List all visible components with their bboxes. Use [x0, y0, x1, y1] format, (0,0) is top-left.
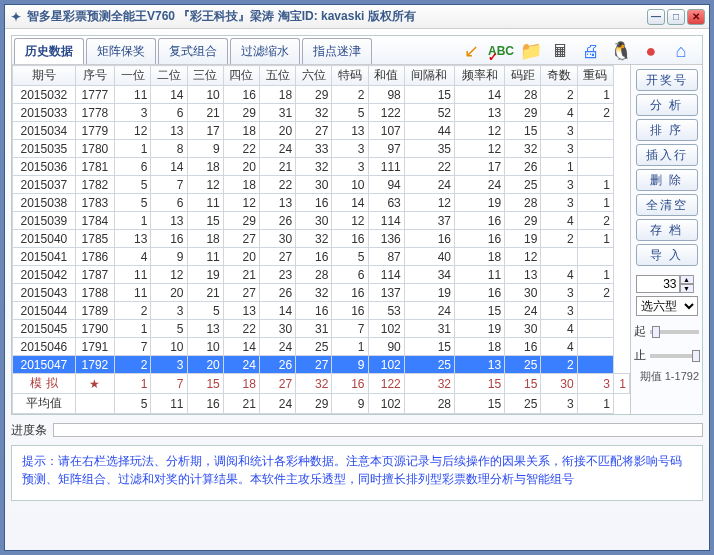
cell: 13	[454, 104, 504, 122]
table-row[interactable]: 201503817835611121316146312192831	[13, 194, 630, 212]
spin-up[interactable]: ▲	[680, 275, 694, 284]
cell: 9	[187, 140, 223, 158]
cell: 12	[332, 212, 368, 230]
col-header[interactable]: 奇数	[541, 66, 577, 86]
arrow-icon[interactable]: ↙	[458, 38, 484, 64]
side-button[interactable]: 存 档	[636, 219, 698, 241]
cell: 30	[259, 320, 295, 338]
cell: 24	[259, 394, 295, 414]
table-row[interactable]: 201503717825712182230109424242531	[13, 176, 630, 194]
data-grid[interactable]: 期号序号一位二位三位四位五位六位特码和值间隔和频率和码距奇数重码20150321…	[12, 65, 630, 414]
slider-track[interactable]	[650, 330, 699, 334]
slider-track[interactable]	[650, 354, 699, 358]
col-header[interactable]: 二位	[151, 66, 187, 86]
spin-down[interactable]: ▼	[680, 284, 694, 293]
col-header[interactable]: 四位	[223, 66, 259, 86]
slider-row: 起	[634, 323, 699, 340]
count-spinner[interactable]: ▲▼	[636, 275, 698, 293]
side-button[interactable]: 排 序	[636, 119, 698, 141]
cell: 2015037	[13, 176, 76, 194]
cell: 24	[223, 356, 259, 374]
cell: 11	[115, 284, 151, 302]
side-button[interactable]: 导 入	[636, 244, 698, 266]
mode-select[interactable]: 选六型	[636, 296, 698, 316]
cell: 16	[223, 86, 259, 104]
table-row[interactable]: 20150471792232024262791022513252	[13, 356, 630, 374]
cell: 1780	[75, 140, 114, 158]
table-row[interactable]: 201504317881120212726321613719163032	[13, 284, 630, 302]
table-row[interactable]: 20150391784113152926301211437162942	[13, 212, 630, 230]
cell: 3	[577, 374, 613, 394]
tab-2[interactable]: 复式组合	[158, 38, 228, 64]
window-title: 智多星彩票预测全能王V760 『彩王科技』梁涛 淘宝ID: kavaski 版权…	[27, 8, 647, 25]
tabbar: 历史数据矩阵保奖复式组合过滤缩水指点迷津↙ABC✓📁🖩🖨🐧●⌂	[12, 36, 702, 64]
table-row[interactable]: 20150421787111219212328611434111341	[13, 266, 630, 284]
qq-icon[interactable]: 🐧	[608, 38, 634, 64]
table-row[interactable]: 201504017851316182730321613616161921	[13, 230, 630, 248]
cell: 28	[505, 194, 541, 212]
cell	[577, 248, 613, 266]
tab-1[interactable]: 矩阵保奖	[86, 38, 156, 64]
side-button[interactable]: 分 析	[636, 94, 698, 116]
side-button[interactable]: 开奖号	[636, 69, 698, 91]
col-header[interactable]: 频率和	[454, 66, 504, 86]
spinner-input[interactable]	[636, 275, 680, 293]
col-header[interactable]: 序号	[75, 66, 114, 86]
col-header[interactable]: 和值	[368, 66, 404, 86]
side-button[interactable]: 全清空	[636, 194, 698, 216]
col-header[interactable]: 六位	[296, 66, 332, 86]
tab-0[interactable]: 历史数据	[14, 38, 84, 64]
cell: 9	[151, 248, 187, 266]
slider-thumb[interactable]	[652, 326, 660, 338]
cell: 18	[454, 248, 504, 266]
printer-icon[interactable]: 🖨	[578, 38, 604, 64]
col-header[interactable]: 期号	[13, 66, 76, 86]
cell: 33	[296, 140, 332, 158]
col-header[interactable]: 五位	[259, 66, 295, 86]
col-header[interactable]: 一位	[115, 66, 151, 86]
cell: 26	[259, 284, 295, 302]
table-row[interactable]: 2015032177711141016182929815142821	[13, 86, 630, 104]
table-row[interactable]: 20150341779121317182027131074412153	[13, 122, 630, 140]
cell: 16	[151, 230, 187, 248]
slider-thumb[interactable]	[692, 350, 700, 362]
cell: 25	[505, 394, 541, 414]
col-header[interactable]: 特码	[332, 66, 368, 86]
table-row[interactable]: 201504117864911202716587401812	[13, 248, 630, 266]
cell: 30	[505, 320, 541, 338]
calc-icon[interactable]: 🖩	[548, 38, 574, 64]
table-row[interactable]: 2015044178923513141616532415243	[13, 302, 630, 320]
minimize-button[interactable]: —	[647, 9, 665, 25]
folder-icon[interactable]: 📁	[518, 38, 544, 64]
cell: 14	[151, 158, 187, 176]
app-icon: ✦	[9, 10, 23, 24]
cell: 90	[368, 338, 404, 356]
abc-check-icon[interactable]: ABC✓	[488, 38, 514, 64]
cell: 102	[368, 356, 404, 374]
table-row[interactable]: 201503317783621293132512252132942	[13, 104, 630, 122]
side-button[interactable]: 插入行	[636, 144, 698, 166]
cell: 3	[151, 356, 187, 374]
col-header[interactable]: 三位	[187, 66, 223, 86]
col-header[interactable]: 重码	[577, 66, 613, 86]
col-header[interactable]: 码距	[505, 66, 541, 86]
cell: 21	[187, 104, 223, 122]
col-header[interactable]: 间隔和	[404, 66, 454, 86]
table-row[interactable]: 201503617816141820213231112217261	[13, 158, 630, 176]
table-row[interactable]: 20150451790151322303171023119304	[13, 320, 630, 338]
side-button[interactable]: 删 除	[636, 169, 698, 191]
table-row[interactable]: 201503517801892224333973512323	[13, 140, 630, 158]
ball-icon[interactable]: ●	[638, 38, 664, 64]
maximize-button[interactable]: □	[667, 9, 685, 25]
cell: 6	[151, 104, 187, 122]
tab-3[interactable]: 过滤缩水	[230, 38, 300, 64]
cell: 1787	[75, 266, 114, 284]
tab-4[interactable]: 指点迷津	[302, 38, 372, 64]
home-icon[interactable]: ⌂	[668, 38, 694, 64]
table-row[interactable]: 平均值51116212429910228152531	[13, 394, 630, 414]
cell: 27	[296, 356, 332, 374]
table-row[interactable]: 模 拟★1715182732161223215153031	[13, 374, 630, 394]
cell: 25	[296, 338, 332, 356]
table-row[interactable]: 20150461791710101424251901518164	[13, 338, 630, 356]
close-button[interactable]: ✕	[687, 9, 705, 25]
